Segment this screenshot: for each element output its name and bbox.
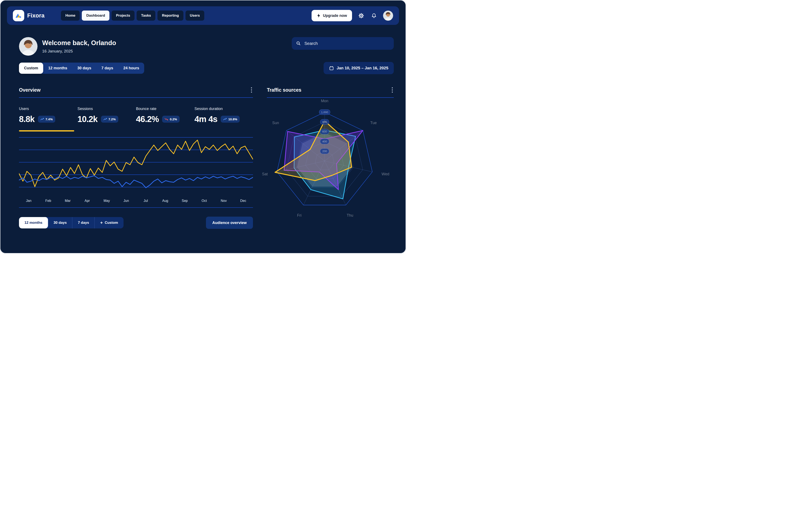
active-metric-indicator: [77, 130, 133, 131]
gear-icon: [358, 13, 364, 18]
month-label: Oct: [195, 199, 214, 203]
settings-button[interactable]: [358, 12, 365, 19]
metric-tab-users[interactable]: Users8.8k7.4%: [19, 107, 77, 131]
bell-icon: [371, 13, 377, 18]
user-avatar[interactable]: [383, 10, 393, 21]
metric-value: 46.2%: [136, 114, 159, 124]
nav-item-projects[interactable]: Projects: [111, 10, 134, 21]
top-nav: Fixora HomeDashboardProjectsTasksReporti…: [7, 6, 399, 25]
audience-overview-button[interactable]: Audience overview: [206, 217, 253, 229]
month-label: Feb: [39, 199, 58, 203]
svg-text:Thu: Thu: [347, 213, 353, 218]
metric-label: Session duration: [195, 107, 253, 111]
metric-tab-session-duration[interactable]: Session duration4m 4s10.8%: [195, 107, 253, 131]
traffic-panel: Traffic sources 1,000800600400200MonTueW…: [267, 87, 394, 230]
svg-text:Tue: Tue: [370, 121, 377, 125]
metric-label: Users: [19, 107, 77, 111]
traffic-menu-button[interactable]: [391, 87, 394, 94]
chart-range-custom[interactable]: +Custom: [95, 217, 123, 228]
time-filter-30-days[interactable]: 30 days: [72, 63, 96, 74]
metric-tab-sessions[interactable]: Sessions10.2k7.2%: [77, 107, 136, 131]
upgrade-label: Upgrade now: [323, 13, 347, 18]
time-filter-7-days[interactable]: 7 days: [96, 63, 118, 74]
month-label: Jan: [19, 199, 39, 203]
nav-right: Upgrade now: [312, 10, 393, 21]
metric-delta-value: 10.8%: [228, 117, 237, 121]
month-label: Apr: [77, 199, 97, 203]
search-input[interactable]: [304, 41, 389, 46]
month-label: Mar: [58, 199, 77, 203]
month-label: Jul: [136, 199, 156, 203]
metric-value: 10.2k: [77, 114, 98, 124]
metric-label: Sessions: [77, 107, 136, 111]
main-content: Welcome back, Orlando 16 January, 2025 C…: [19, 32, 394, 230]
chart-range-12-months[interactable]: 12 months: [19, 217, 48, 228]
metric-delta-badge: 7.2%: [101, 116, 118, 123]
nav-item-users[interactable]: Users: [185, 10, 204, 21]
date-range-picker[interactable]: Jan 10, 2025 – Jan 16, 2025: [324, 62, 394, 74]
month-label: May: [97, 199, 117, 203]
welcome-avatar: [19, 37, 38, 56]
date-range-label: Jan 10, 2025 – Jan 16, 2025: [337, 66, 388, 70]
time-filter-custom[interactable]: Custom: [19, 63, 43, 74]
overview-title: Overview: [19, 87, 41, 93]
month-label: Nov: [214, 199, 233, 203]
nav-item-tasks[interactable]: Tasks: [137, 10, 155, 21]
active-metric-indicator: [195, 130, 250, 131]
metric-delta-value: 7.4%: [46, 117, 53, 121]
month-label: Aug: [156, 199, 175, 203]
metric-delta-badge: 10.8%: [221, 116, 240, 123]
chart-range-7-days[interactable]: 7 days: [72, 217, 95, 228]
traffic-radar-chart: 1,000800600400200MonTueWedThuFriSatSun: [248, 98, 399, 230]
metric-delta-badge: 7.4%: [38, 116, 55, 123]
time-filter-group: Custom12 months30 days7 days24 hours: [19, 63, 144, 74]
metric-value: 8.8k: [19, 114, 35, 124]
svg-text:400: 400: [322, 140, 327, 143]
search-icon: [296, 41, 301, 46]
trend-down-icon: [165, 118, 168, 120]
svg-text:Sat: Sat: [262, 172, 268, 176]
trend-up-icon: [104, 118, 107, 120]
time-filter-24-hours[interactable]: 24 hours: [118, 63, 144, 74]
svg-text:Sun: Sun: [272, 121, 279, 125]
svg-text:200: 200: [322, 150, 327, 153]
bolt-icon: [317, 13, 321, 18]
active-metric-indicator: [136, 130, 191, 131]
upgrade-button[interactable]: Upgrade now: [312, 10, 352, 21]
trend-up-icon: [223, 118, 227, 120]
overview-menu-button[interactable]: [250, 87, 253, 94]
nav-item-reporting[interactable]: Reporting: [157, 10, 183, 21]
svg-text:800: 800: [322, 120, 327, 123]
svg-text:1,000: 1,000: [321, 111, 328, 114]
traffic-title: Traffic sources: [267, 87, 302, 93]
calendar-icon: [329, 66, 334, 71]
svg-text:Wed: Wed: [382, 172, 389, 176]
nav-item-dashboard[interactable]: Dashboard: [82, 10, 109, 21]
current-date: 16 January, 2025: [42, 49, 116, 54]
metric-delta-value: 7.2%: [109, 117, 116, 121]
overview-divider: [19, 97, 253, 98]
metric-value: 4m 4s: [195, 114, 217, 124]
nav-menu: HomeDashboardProjectsTasksReportingUsers: [61, 10, 204, 21]
nav-item-home[interactable]: Home: [61, 10, 80, 21]
month-label: Sep: [175, 199, 195, 203]
svg-text:Mon: Mon: [321, 99, 328, 103]
metric-delta-badge: 0.2%: [162, 116, 179, 123]
time-filter-12-months[interactable]: 12 months: [43, 63, 72, 74]
svg-text:Fri: Fri: [297, 213, 302, 218]
brand-name: Fixora: [27, 12, 45, 19]
kebab-menu-icon: [392, 87, 393, 93]
metric-tab-bounce-rate[interactable]: Bounce rate46.2%0.2%: [136, 107, 195, 131]
brand[interactable]: Fixora: [13, 10, 45, 21]
month-label: Jun: [117, 199, 136, 203]
svg-text:600: 600: [322, 130, 327, 133]
metric-tabs: Users8.8k7.4%Sessions10.2k7.2%Bounce rat…: [19, 107, 253, 131]
overview-panel: Overview Users8.8k7.4%Sessions10.2k7.2%B…: [19, 87, 253, 230]
kebab-menu-icon: [251, 87, 252, 93]
fixora-logo-icon: [13, 10, 24, 21]
notifications-button[interactable]: [370, 12, 378, 19]
chart-baseline: [19, 207, 253, 208]
search-box: [292, 37, 394, 50]
chart-range-30-days[interactable]: 30 days: [48, 217, 72, 228]
metric-delta-value: 0.2%: [170, 117, 177, 121]
